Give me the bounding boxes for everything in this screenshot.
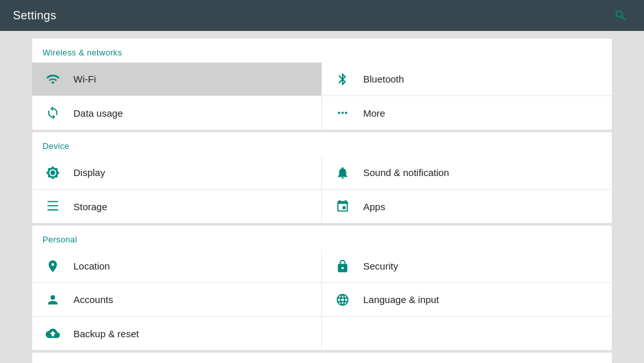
sound-item[interactable]: Sound & notification (322, 156, 612, 190)
language-label: Language & input (363, 294, 439, 305)
display-icon (43, 166, 63, 180)
accounts-icon (43, 293, 63, 307)
topbar: Settings (0, 0, 644, 31)
sound-label: Sound & notification (363, 167, 449, 178)
wireless-section: Wireless & networks Wi-Fi Bluetooth (32, 39, 612, 130)
language-icon (332, 293, 353, 307)
device-section: Device Display Sound & notification (32, 132, 612, 223)
storage-item[interactable]: Storage (32, 190, 322, 223)
bluetooth-icon (332, 72, 353, 86)
more-icon (332, 106, 353, 120)
apps-icon (332, 199, 353, 213)
system-header: System (32, 353, 612, 363)
apps-item[interactable]: Apps (322, 190, 612, 223)
personal-section: Personal Location Security (32, 226, 612, 350)
sound-icon (332, 166, 353, 180)
location-icon (43, 259, 63, 273)
language-item[interactable]: Language & input (322, 283, 612, 317)
system-section: System (32, 353, 612, 363)
bluetooth-item[interactable]: Bluetooth (322, 63, 612, 96)
more-item[interactable]: More (322, 96, 612, 130)
search-button[interactable] (611, 5, 631, 26)
display-label: Display (73, 167, 105, 178)
bluetooth-label: Bluetooth (363, 74, 404, 84)
backup-label: Backup & reset (73, 328, 139, 339)
page-title: Settings (13, 9, 56, 23)
storage-label: Storage (73, 201, 108, 212)
location-label: Location (73, 260, 110, 271)
device-header: Device (32, 132, 612, 156)
apps-label: Apps (363, 201, 385, 212)
backup-icon (43, 326, 63, 340)
wifi-icon (43, 72, 63, 86)
empty-item (322, 317, 612, 350)
location-item[interactable]: Location (32, 250, 322, 283)
backup-item[interactable]: Backup & reset (32, 317, 322, 350)
accounts-label: Accounts (73, 294, 113, 305)
wifi-label: Wi-Fi (73, 74, 96, 84)
data-usage-item[interactable]: Data usage (32, 96, 322, 130)
security-icon (332, 259, 353, 273)
more-label: More (363, 108, 385, 119)
personal-header: Personal (32, 226, 612, 250)
wifi-item[interactable]: Wi-Fi (32, 63, 322, 96)
security-label: Security (363, 260, 398, 271)
display-item[interactable]: Display (32, 156, 322, 190)
data-usage-label: Data usage (73, 108, 123, 119)
data-usage-icon (43, 106, 63, 120)
accounts-item[interactable]: Accounts (32, 283, 322, 317)
wireless-header: Wireless & networks (32, 39, 612, 63)
content-area: Wireless & networks Wi-Fi Bluetooth (0, 31, 644, 363)
search-icon (614, 8, 628, 23)
security-item[interactable]: Security (322, 250, 612, 283)
storage-icon (43, 199, 63, 213)
